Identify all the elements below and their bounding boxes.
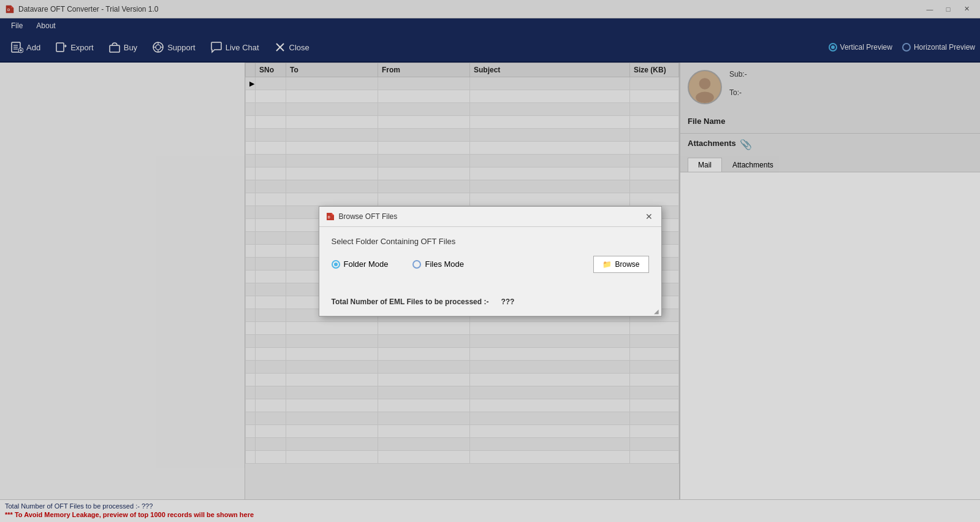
footer-value: ??? (501, 297, 514, 306)
folder-mode-label: Folder Mode (344, 259, 389, 269)
dialog-heading: Select Folder Containing OFT Files (332, 237, 649, 246)
dialog-options-row: Folder Mode Files Mode 📁 Browse (332, 256, 649, 273)
dialog-title-text: Browse OFT Files (339, 212, 398, 221)
svg-text:D: D (328, 215, 330, 219)
folder-icon: 📁 (602, 260, 612, 269)
dialog-app-icon: D (325, 212, 335, 221)
browse-button-label: Browse (615, 260, 639, 269)
dialog-close-button[interactable]: ✕ (643, 210, 655, 223)
dialog-footer: Total Number of EML Files to be processe… (319, 293, 661, 313)
folder-mode-option[interactable]: Folder Mode (332, 259, 389, 269)
folder-mode-radio-dot (334, 263, 338, 266)
files-mode-option[interactable]: Files Mode (412, 259, 464, 269)
browse-button[interactable]: 📁 Browse (593, 256, 648, 273)
browse-oft-dialog: D Browse OFT Files ✕ Select Folder Conta… (319, 206, 662, 317)
folder-mode-radio (332, 260, 340, 269)
dialog-resize-handle[interactable]: ◢ (654, 309, 661, 316)
footer-text: Total Number of EML Files to be processe… (332, 297, 489, 306)
dialog-title-left: D Browse OFT Files (325, 212, 398, 221)
files-mode-radio (412, 260, 421, 269)
dialog-overlay: D Browse OFT Files ✕ Select Folder Conta… (0, 0, 980, 522)
files-mode-label: Files Mode (425, 259, 464, 269)
dialog-title-bar: D Browse OFT Files ✕ (319, 207, 661, 227)
dialog-body: Select Folder Containing OFT Files Folde… (319, 227, 661, 293)
